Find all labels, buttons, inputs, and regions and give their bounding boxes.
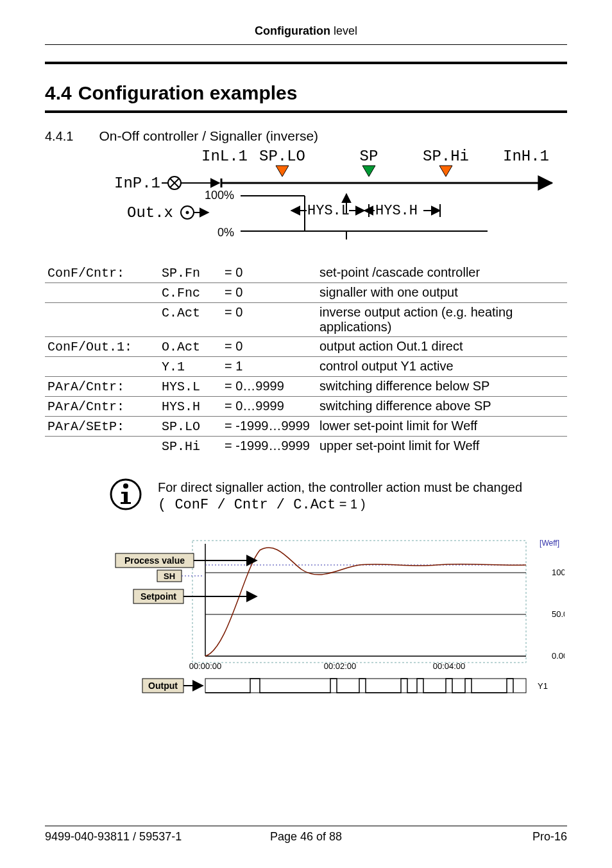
- svg-text:100.00: 100.00: [552, 568, 565, 577]
- svg-marker-6: [362, 166, 375, 177]
- header-strong: Configuration: [255, 24, 330, 37]
- svg-text:[Weff]: [Weff]: [540, 539, 559, 548]
- svg-text:Output: Output: [148, 681, 178, 691]
- svg-text:HYS.H: HYS.H: [375, 203, 418, 219]
- table-row: ConF/Cntr:SP.Fn= 0set-point /cascade con…: [45, 263, 567, 283]
- rule-thick-top: [45, 62, 567, 64]
- table-row: PArA/Cntr:HYS.L= 0…9999switching differe…: [45, 377, 567, 397]
- page-footer: 9499-040-93811 / 59537-1 Page 46 of 88 P…: [45, 826, 567, 844]
- section-title: Configuration examples: [78, 82, 298, 104]
- table-row: PArA/Cntr:HYS.H= 0…9999switching differe…: [45, 397, 567, 417]
- svg-text:SP.LO: SP.LO: [259, 148, 305, 165]
- info-note: For direct signaller action, the control…: [109, 479, 567, 515]
- table-row: ConF/Out.1:O.Act= 0output action Out.1 d…: [45, 337, 567, 357]
- svg-text:InL.1: InL.1: [201, 148, 248, 165]
- svg-text:SH: SH: [164, 571, 175, 581]
- note-line1: For direct signaller action, the control…: [158, 479, 522, 496]
- svg-text:InP.1: InP.1: [114, 175, 160, 192]
- svg-text:SP.Hi: SP.Hi: [423, 148, 469, 165]
- hysteresis-diagram: InL.1 SP.LO SP SP.Hi InH.1 InP.1 Out.x: [45, 148, 567, 250]
- svg-rect-37: [192, 541, 526, 663]
- svg-text:SP: SP: [360, 148, 378, 165]
- svg-text:00:02:00: 00:02:00: [324, 661, 357, 671]
- svg-text:HYS.L: HYS.L: [307, 203, 350, 219]
- note-text: For direct signaller action, the control…: [158, 479, 522, 515]
- info-icon: [109, 478, 142, 511]
- running-header: Configuration level: [45, 24, 567, 38]
- svg-text:Out.x: Out.x: [127, 204, 173, 221]
- svg-point-36: [123, 483, 128, 489]
- svg-marker-7: [439, 166, 452, 177]
- svg-point-18: [186, 211, 189, 214]
- response-svg: [Weff] 100.00 50.000 0.000 00:00:00 00:0…: [77, 534, 565, 714]
- table-row: SP.Hi= -1999…9999upper set-point limit f…: [45, 437, 567, 456]
- svg-marker-5: [276, 166, 289, 177]
- footer-center: Page 46 of 88: [45, 830, 567, 844]
- svg-text:50.000: 50.000: [552, 609, 565, 619]
- svg-text:0.000: 0.000: [552, 651, 565, 661]
- subsection-number: 4.4.1: [45, 129, 73, 144]
- note-formula: ( ConF / Cntr / C.Act = 1 ): [158, 496, 522, 515]
- svg-text:00:04:00: 00:04:00: [433, 661, 466, 671]
- subsection-title: On-Off controller / Signaller (inverse): [99, 128, 318, 144]
- table-row: C.Fnc= 0signaller with one output: [45, 283, 567, 303]
- response-graph: [Weff] 100.00 50.000 0.000 00:00:00 00:0…: [45, 534, 567, 714]
- table-row: Y.1= 1control output Y1 active: [45, 357, 567, 377]
- svg-text:Y1: Y1: [538, 681, 548, 691]
- svg-text:100%: 100%: [205, 189, 234, 202]
- section-heading: 4.4 Configuration examples: [45, 82, 567, 104]
- svg-text:Process value: Process value: [124, 555, 185, 566]
- svg-text:Setpoint: Setpoint: [140, 591, 176, 602]
- rule-thick-bottom: [45, 110, 567, 113]
- header-rest: level: [330, 24, 357, 37]
- parameter-table: ConF/Cntr:SP.Fn= 0set-point /cascade con…: [45, 263, 567, 456]
- svg-text:00:00:00: 00:00:00: [189, 661, 222, 671]
- document-page: Configuration level 4.4 Configuration ex…: [0, 0, 612, 868]
- section-number: 4.4: [45, 82, 72, 104]
- table-row: C.Act= 0inverse output action (e.g. heat…: [45, 303, 567, 337]
- svg-text:0%: 0%: [217, 226, 234, 239]
- subsection-heading: 4.4.1 On-Off controller / Signaller (inv…: [45, 128, 567, 144]
- table-row: PArA/SEtP:SP.LO= -1999…9999lower set-poi…: [45, 417, 567, 437]
- svg-text:InH.1: InH.1: [503, 148, 549, 165]
- hysteresis-svg: InL.1 SP.LO SP SP.Hi InH.1 InP.1 Out.x: [77, 148, 565, 250]
